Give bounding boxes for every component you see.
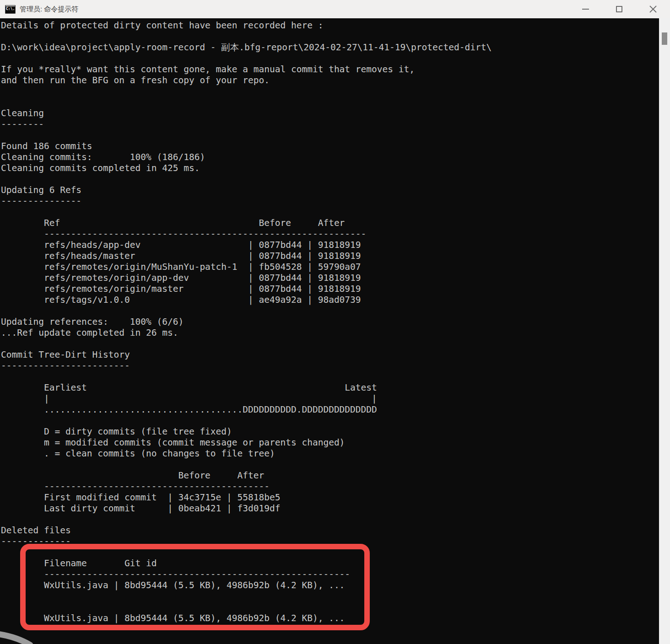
cmd-app-icon-bar <box>5 5 15 6</box>
close-icon <box>649 5 657 13</box>
minimize-icon <box>582 9 589 10</box>
scrollbar-track[interactable] <box>659 18 670 644</box>
close-button[interactable] <box>636 0 670 18</box>
title-bar[interactable]: C:\. 管理员: 命令提示符 <box>0 0 670 18</box>
window-title: 管理员: 命令提示符 <box>20 5 78 14</box>
maximize-icon <box>616 6 622 12</box>
maximize-button[interactable] <box>602 0 636 18</box>
cmd-app-icon: C:\. <box>5 5 16 14</box>
window-controls <box>568 0 670 18</box>
minimize-button[interactable] <box>568 0 602 18</box>
scrollbar-thumb[interactable] <box>662 32 667 45</box>
cmd-app-icon-glyph: C:\. <box>6 7 15 11</box>
red-highlight-annotation-box <box>20 544 370 630</box>
cmd-window: C:\. 管理员: 命令提示符 Details of protected dir… <box>0 0 670 644</box>
